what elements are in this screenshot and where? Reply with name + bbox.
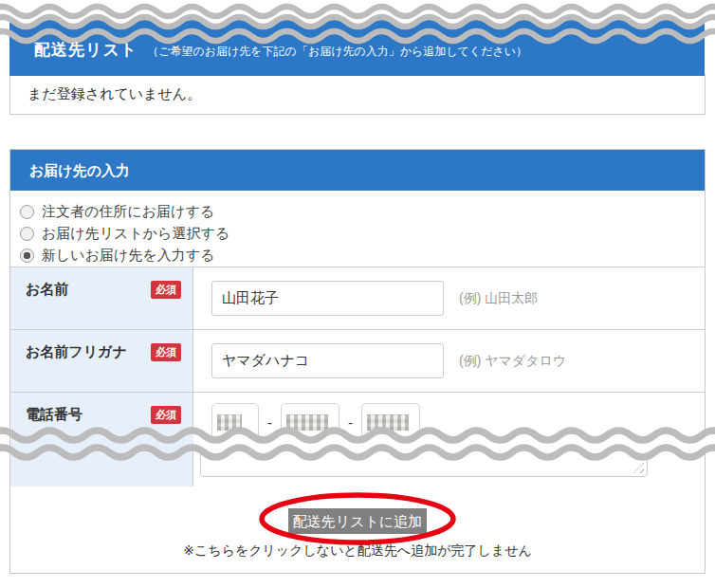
resize-handle-icon[interactable] — [633, 463, 644, 473]
radio-new-address[interactable] — [20, 248, 34, 263]
delivery-list-empty-box: まだ登録されていません。 — [9, 74, 706, 115]
form-section-title: お届け先の入力 — [10, 150, 705, 191]
censor-mosaic — [217, 414, 242, 431]
torn-edge-top-icon — [0, 0, 715, 76]
censor-mosaic — [286, 414, 328, 431]
list-section-note: （ご希望のお届け先を下記の「お届け先の入力」から追加してください） — [147, 44, 527, 60]
click-warning-note: ※こちらをクリックしないと配送先へ追加が完了しません — [10, 542, 705, 560]
phone-separator: - — [348, 414, 353, 431]
phone-line-input[interactable] — [361, 403, 420, 441]
kana-input[interactable] — [211, 343, 444, 378]
list-section-header: 配送先リスト （ご希望のお届け先を下記の「お届け先の入力」から追加してください） — [34, 39, 527, 61]
kana-label: お名前フリガナ — [26, 343, 127, 361]
empty-message: まだ登録されていません。 — [28, 85, 201, 103]
radio-row-order-address[interactable]: 注文者の住所にお届けする — [20, 203, 705, 221]
required-badge: 必須 — [151, 406, 181, 424]
phone-prefix-input[interactable] — [281, 403, 339, 441]
radio-row-new-address[interactable]: 新しいお届け先を入力する — [20, 247, 705, 265]
phone-label-cell: 電話番号 必須 — [10, 393, 193, 487]
name-input[interactable] — [211, 281, 444, 316]
wave-stripe-icon — [0, 7, 715, 16]
name-label: お名前 — [26, 281, 68, 299]
radio-label: 新しいお届け先を入力する — [42, 247, 214, 265]
phone-separator: - — [267, 414, 272, 431]
phone-area-input[interactable] — [211, 403, 259, 441]
phone-input-group: - - — [211, 403, 420, 441]
required-badge: 必須 — [151, 281, 181, 299]
delivery-option-group: 注文者の住所にお届けする お届け先リストから選択する 新しいお届け先を入力する — [10, 191, 705, 266]
radio-label: お届け先リストから選択する — [42, 225, 229, 243]
address-form-table: お名前 必須 (例) 山田太郎 お名前フリガナ 必須 (例) ヤマダタロウ 電話… — [10, 266, 705, 487]
kana-label-cell: お名前フリガナ 必須 — [10, 330, 193, 392]
table-row-kana: お名前フリガナ 必須 (例) ヤマダタロウ — [10, 330, 705, 393]
phone-input-cell: - - — [193, 393, 705, 487]
name-label-cell: お名前 必須 — [10, 267, 193, 329]
address-textarea[interactable] — [200, 444, 648, 477]
phone-label: 電話番号 — [26, 406, 82, 424]
table-row-phone: 電話番号 必須 - - — [10, 393, 705, 487]
name-input-cell: (例) 山田太郎 — [193, 267, 705, 329]
radio-order-address[interactable] — [20, 205, 34, 219]
censor-mosaic — [367, 414, 409, 431]
required-badge: 必須 — [151, 343, 181, 361]
radio-label: 注文者の住所にお届けする — [42, 203, 214, 221]
list-section-title: 配送先リスト — [34, 39, 138, 61]
add-to-list-button[interactable]: 配送先リストに追加 — [288, 508, 427, 534]
kana-input-cell: (例) ヤマダタロウ — [193, 330, 705, 392]
radio-address-list[interactable] — [20, 227, 34, 241]
kana-hint: (例) ヤマダタロウ — [459, 353, 566, 370]
table-row-name: お名前 必須 (例) 山田太郎 — [10, 267, 705, 330]
form-action-area: 配送先リストに追加 ※こちらをクリックしないと配送先へ追加が完了しません — [10, 487, 705, 573]
address-form-section: お届け先の入力 注文者の住所にお届けする お届け先リストから選択する 新しいお届… — [9, 149, 706, 574]
radio-row-address-list[interactable]: お届け先リストから選択する — [20, 225, 705, 243]
name-hint: (例) 山田太郎 — [459, 290, 538, 307]
